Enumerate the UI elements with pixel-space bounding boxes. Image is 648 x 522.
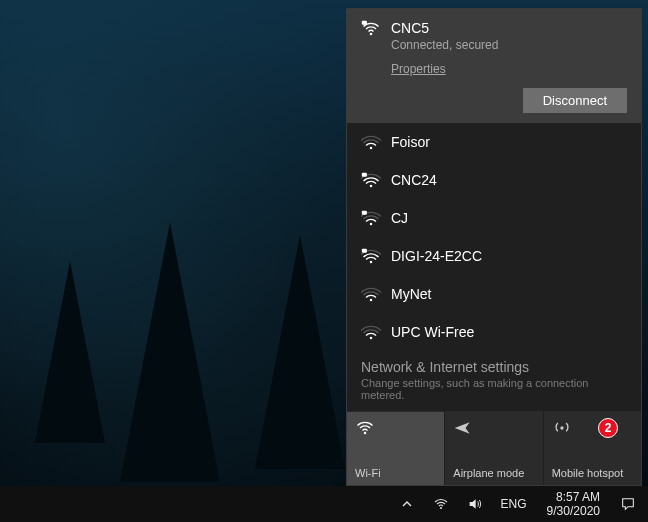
network-name: CNC24	[391, 171, 627, 189]
wifi-icon	[361, 285, 381, 305]
taskbar: ENG 8:57 AM 9/30/2020	[0, 486, 648, 522]
network-name: Foisor	[391, 133, 627, 151]
network-status: Connected, secured	[391, 38, 627, 52]
network-list: CNC5 Connected, secured Properties Disco…	[347, 9, 641, 351]
svg-rect-1	[362, 21, 367, 25]
network-name: CJ	[391, 209, 627, 227]
disconnect-button[interactable]: Disconnect	[523, 88, 627, 113]
network-item[interactable]: UPC Wi-Free	[347, 313, 641, 351]
svg-point-13	[440, 507, 442, 509]
wifi-icon	[361, 323, 381, 343]
network-item[interactable]: CNC24	[347, 161, 641, 199]
network-item[interactable]: DIGI-24-E2CC	[347, 237, 641, 275]
properties-link[interactable]: Properties	[391, 62, 446, 76]
wifi-secured-icon	[361, 247, 381, 267]
tile-mobile-hotspot[interactable]: Mobile hotspot	[543, 411, 641, 485]
network-item[interactable]: MyNet	[347, 275, 641, 313]
tile-hotspot-label: Mobile hotspot	[552, 467, 633, 479]
tray-language[interactable]: ENG	[495, 486, 533, 522]
svg-rect-4	[362, 173, 367, 177]
wifi-secured-icon	[361, 19, 381, 39]
wifi-secured-icon	[361, 209, 381, 229]
svg-point-12	[560, 426, 563, 429]
tray-network-icon[interactable]	[427, 486, 455, 522]
tray-action-center-icon[interactable]	[614, 486, 642, 522]
network-name: MyNet	[391, 285, 627, 303]
svg-point-7	[370, 261, 373, 264]
tile-airplane-label: Airplane mode	[453, 467, 534, 479]
network-item[interactable]: Foisor	[347, 123, 641, 161]
tray-clock[interactable]: 8:57 AM 9/30/2020	[539, 490, 608, 518]
hotspot-icon	[552, 418, 633, 438]
tray-overflow-chevron[interactable]	[393, 486, 421, 522]
settings-title: Network & Internet settings	[361, 359, 627, 375]
svg-point-11	[364, 432, 367, 435]
airplane-icon	[453, 418, 534, 438]
wifi-icon	[361, 133, 381, 153]
svg-point-9	[370, 299, 373, 302]
svg-point-0	[370, 33, 373, 36]
annotation-callout-2: 2	[598, 418, 618, 438]
network-name: CNC5	[391, 19, 627, 37]
wifi-secured-icon	[361, 171, 381, 191]
svg-point-2	[370, 147, 373, 150]
svg-point-3	[370, 185, 373, 188]
network-flyout: CNC5 Connected, secured Properties Disco…	[346, 8, 642, 486]
tile-wifi[interactable]: Wi-Fi	[347, 411, 444, 485]
network-item[interactable]: CJ	[347, 199, 641, 237]
tray-time: 8:57 AM	[547, 490, 600, 504]
svg-rect-8	[362, 249, 367, 253]
tile-airplane-mode[interactable]: Airplane mode	[444, 411, 542, 485]
svg-rect-6	[362, 211, 367, 215]
wifi-icon	[355, 418, 436, 438]
tile-wifi-label: Wi-Fi	[355, 467, 436, 479]
tray-date: 9/30/2020	[547, 504, 600, 518]
network-item-connected[interactable]: CNC5 Connected, secured Properties Disco…	[347, 9, 641, 123]
settings-subtitle: Change settings, such as making a connec…	[361, 377, 627, 401]
network-settings-link[interactable]: Network & Internet settings Change setti…	[347, 351, 641, 411]
tray-volume-icon[interactable]	[461, 486, 489, 522]
network-name: DIGI-24-E2CC	[391, 247, 627, 265]
svg-point-5	[370, 223, 373, 226]
svg-point-10	[370, 337, 373, 340]
network-name: UPC Wi-Free	[391, 323, 627, 341]
quick-action-tiles: Wi-Fi Airplane mode Mobile hotspot	[347, 411, 641, 485]
